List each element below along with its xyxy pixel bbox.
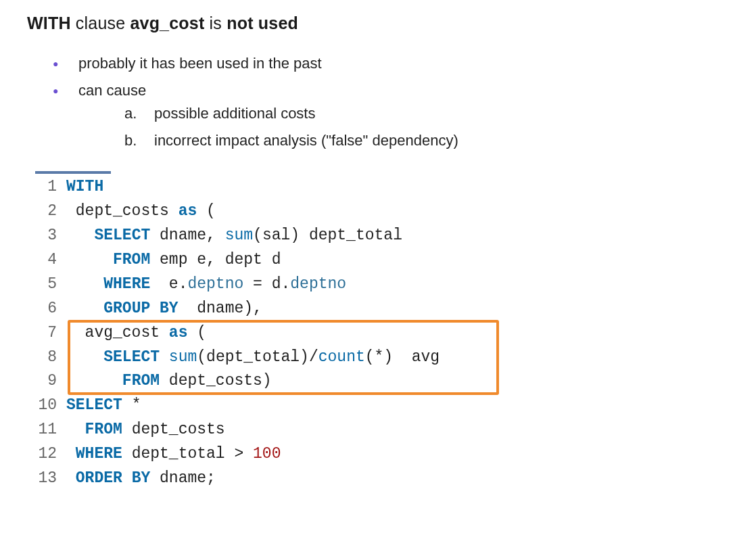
code-token: [66, 372, 122, 390]
code-line: 10SELECT *: [35, 394, 644, 418]
code-content: FROM dept_costs: [66, 418, 644, 442]
line-number: 12: [35, 442, 66, 467]
code-content: FROM dept_costs): [66, 369, 644, 394]
code-token: sum: [225, 227, 253, 244]
code-line: 13 ORDER BY dname;: [35, 467, 644, 491]
bullet-item: can cause possible additional costs inco…: [53, 79, 708, 152]
code-token: avg_cost: [66, 324, 169, 342]
code-block: 1WITH2 dept_costs as (3 SELECT dname, su…: [35, 171, 644, 490]
code-token: [66, 348, 103, 366]
code-line: 6 GROUP BY dname),: [35, 297, 644, 321]
heading-text1: clause: [71, 14, 131, 32]
code-token: deptno: [187, 275, 243, 293]
code-token: as: [179, 202, 197, 220]
alpha-text: incorrect impact analysis ("false" depen…: [154, 132, 458, 149]
bullet-list: probably it has been used in the past ca…: [27, 52, 708, 152]
code-token: dept_total >: [122, 445, 253, 463]
code-token: dname;: [150, 469, 216, 487]
line-number: 8: [35, 346, 66, 370]
code-token: dept_costs: [66, 202, 179, 220]
code-line: 7 avg_cost as (: [35, 321, 644, 346]
line-number: 11: [35, 418, 66, 442]
code-content: WHERE dept_total > 100: [66, 442, 644, 467]
code-token: FROM: [113, 251, 150, 269]
code-content: SELECT *: [66, 394, 644, 418]
code-line: 5 WHERE e.deptno = d.deptno: [35, 273, 644, 297]
code-token: 100: [253, 445, 281, 463]
code-content: WITH: [66, 175, 644, 200]
code-token: count: [318, 348, 365, 366]
code-line: 12 WHERE dept_total > 100: [35, 442, 644, 467]
code-token: SELECT: [94, 227, 150, 244]
line-number: 7: [35, 321, 66, 346]
heading-avgcost: avg_cost: [130, 14, 204, 32]
code-token: WITH: [66, 178, 103, 195]
code-token: ORDER BY: [76, 469, 150, 487]
code-content: SELECT dname, sum(sal) dept_total: [66, 224, 644, 248]
line-number: 10: [35, 394, 66, 418]
heading: WITH clause avg_cost is not used: [27, 14, 708, 33]
heading-notused: not used: [227, 14, 298, 32]
code-token: = d.: [243, 275, 290, 293]
code-token: e.: [150, 275, 187, 293]
alpha-list: possible additional costs incorrect impa…: [78, 102, 708, 152]
code-token: (*) avg: [365, 348, 440, 366]
alpha-text: possible additional costs: [154, 105, 315, 122]
code-line: 11 FROM dept_costs: [35, 418, 644, 442]
code-token: *: [122, 396, 141, 414]
bullet-text: can cause: [78, 82, 146, 99]
code-content: GROUP BY dname),: [66, 297, 644, 321]
line-number: 9: [35, 369, 66, 394]
code-token: [66, 275, 103, 293]
code-token: (sal) dept_total: [253, 227, 402, 244]
code-line: 9 FROM dept_costs): [35, 369, 644, 394]
code-token: [66, 421, 85, 438]
alpha-item: possible additional costs: [124, 102, 708, 125]
code-token: dname),: [179, 300, 262, 317]
code-content: ORDER BY dname;: [66, 467, 644, 491]
code-token: [66, 300, 103, 317]
bullet-text: probably it has been used in the past: [78, 55, 322, 72]
code-token: [66, 469, 76, 487]
code-line: 1WITH: [35, 175, 644, 200]
code-token: FROM: [85, 421, 122, 438]
code-token: WHERE: [103, 275, 150, 293]
code-token: dept_costs: [122, 421, 225, 438]
code-line: 8 SELECT sum(dept_total)/count(*) avg: [35, 346, 644, 370]
line-number: 6: [35, 297, 66, 321]
code-content: WHERE e.deptno = d.deptno: [66, 273, 644, 297]
code-token: SELECT: [66, 396, 122, 414]
heading-text2: is: [204, 14, 227, 32]
line-number: 4: [35, 248, 66, 273]
code-content: FROM emp e, dept d: [66, 248, 644, 273]
code-token: [66, 445, 76, 463]
code-token: dept_costs): [160, 372, 272, 390]
code-token: WHERE: [76, 445, 122, 463]
line-number: 13: [35, 467, 66, 491]
alpha-item: incorrect impact analysis ("false" depen…: [124, 129, 708, 152]
code-content: SELECT sum(dept_total)/count(*) avg: [66, 346, 644, 370]
code-token: (dept_total)/: [197, 348, 318, 366]
code-lines-container: 1WITH2 dept_costs as (3 SELECT dname, su…: [35, 175, 644, 490]
code-token: GROUP BY: [103, 300, 178, 317]
code-content: dept_costs as (: [66, 200, 644, 224]
heading-with: WITH: [27, 14, 71, 32]
code-content: avg_cost as (: [66, 321, 644, 346]
line-number: 2: [35, 200, 66, 224]
bullet-item: probably it has been used in the past: [53, 52, 708, 75]
line-number: 3: [35, 224, 66, 248]
code-token: (: [187, 324, 206, 342]
code-line: 2 dept_costs as (: [35, 200, 644, 224]
code-token: emp e, dept d: [150, 251, 281, 269]
line-number: 1: [35, 175, 66, 200]
code-token: sum: [169, 348, 197, 366]
code-line: 3 SELECT dname, sum(sal) dept_total: [35, 224, 644, 248]
code-token: [160, 348, 169, 366]
code-line: 4 FROM emp e, dept d: [35, 248, 644, 273]
code-token: SELECT: [103, 348, 160, 366]
line-number: 5: [35, 273, 66, 297]
code-token: dname,: [150, 227, 224, 244]
code-accent-bar: [35, 171, 111, 174]
code-token: as: [169, 324, 188, 342]
code-token: [66, 251, 113, 269]
